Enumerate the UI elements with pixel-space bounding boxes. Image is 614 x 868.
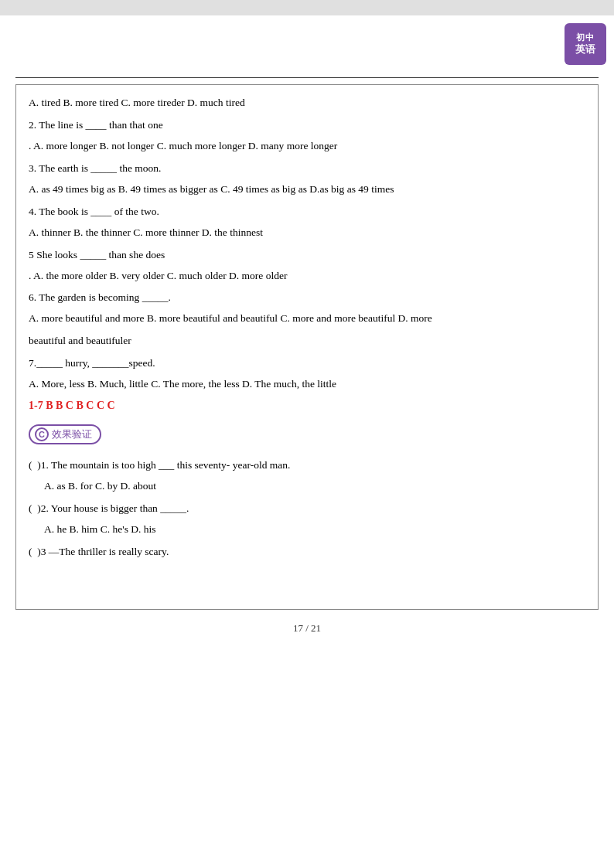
q7-text: 7._____ hurry, _______speed. xyxy=(29,355,585,373)
q7-options: A. More, less B. Much, little C. The mor… xyxy=(29,376,585,393)
answers-text: 1-7 B B C B C C C xyxy=(29,400,585,412)
q4-text: 4. The book is ____ of the two. xyxy=(29,203,585,221)
effect-icon: C xyxy=(35,427,49,441)
logo-badge: 初中 英语 xyxy=(565,23,606,65)
q5-text: 5 She looks _____ than she does xyxy=(29,247,585,264)
q1-options: A. tired B. more tired C. more tireder D… xyxy=(29,94,585,112)
q3-options: A. as 49 times big as B. 49 times as big… xyxy=(29,181,585,199)
eq2-options: A. he B. him C. he's D. his xyxy=(44,521,585,539)
top-divider xyxy=(15,77,599,78)
q2-options: . A. more longer B. not longer C. much m… xyxy=(29,138,585,155)
logo-line2: 英语 xyxy=(575,43,595,56)
content-box: A. tired B. more tired C. more tireder D… xyxy=(15,84,599,610)
eq3-text: ( )3 —The thriller is really scary. xyxy=(29,543,585,561)
eq2-text: ( )2. Your house is bigger than _____. xyxy=(29,500,585,518)
q2-text: 2. The line is ____ than that one xyxy=(29,117,585,134)
q4-options: A. thinner B. the thinner C. more thinne… xyxy=(29,224,585,242)
q5-options: . A. the more older B. very older C. muc… xyxy=(29,267,585,285)
eq1-options: A. as B. for C. by D. about xyxy=(44,478,585,495)
q3-text: 3. The earth is _____ the moon. xyxy=(29,160,585,178)
eq1-text: ( )1. The mountain is too high ___ this … xyxy=(29,457,585,475)
q6-text: 6. The garden is becoming _____. xyxy=(29,289,585,307)
page-number: 17 / 21 xyxy=(0,622,614,635)
q6-options-2: beautiful and beautifuler xyxy=(29,332,585,350)
page: 初中 英语 A. tired B. more tired C. more tir… xyxy=(0,15,614,868)
effect-label: 效果验证 xyxy=(52,427,92,441)
logo-line1: 初中 xyxy=(576,32,595,43)
q6-options-1: A. more beautiful and more B. more beaut… xyxy=(29,310,585,328)
effect-badge: C 效果验证 xyxy=(29,424,101,444)
